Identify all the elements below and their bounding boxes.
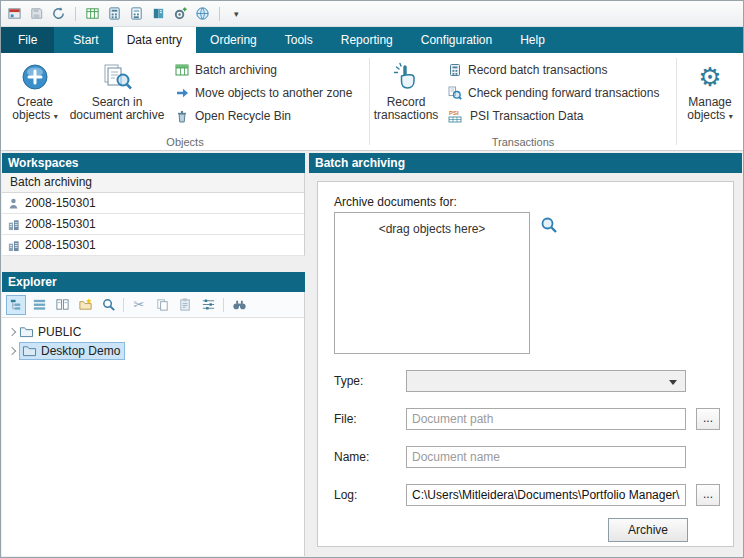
tab-help[interactable]: Help	[506, 27, 559, 53]
record-batch-transactions-button[interactable]: Record batch transactions	[448, 62, 659, 78]
batch-archiving-button[interactable]: Batch archiving	[175, 62, 352, 78]
tree-node-public[interactable]: PUBLIC	[2, 322, 304, 341]
name-label: Name:	[334, 450, 369, 464]
combo-dropdown-arrow-icon	[669, 380, 677, 385]
move-objects-label: Move objects to another zone	[195, 86, 352, 100]
search-archive-icon	[101, 60, 133, 94]
qat-customize-dropdown[interactable]: ▾	[229, 7, 244, 21]
tab-start[interactable]: Start	[59, 27, 112, 53]
expander-icon[interactable]	[8, 327, 16, 335]
tree-node-desktop-demo[interactable]: Desktop Demo	[2, 341, 304, 360]
globe-icon[interactable]	[195, 6, 210, 21]
psi-icon: PSI	[448, 109, 464, 123]
type-label: Type:	[334, 374, 363, 388]
table-icon[interactable]	[85, 6, 100, 21]
transactions-group-label: Transactions	[370, 136, 676, 148]
new-folder-icon[interactable]	[75, 295, 95, 315]
expander-icon[interactable]	[8, 346, 16, 354]
keypad-icon[interactable]	[129, 6, 144, 21]
tab-reporting[interactable]: Reporting	[327, 27, 407, 53]
batch-transactions-icon	[448, 63, 462, 77]
file-label: File:	[334, 412, 357, 426]
type-select[interactable]	[406, 370, 686, 392]
batch-archiving-panel: Batch archiving Archive documents for: <…	[309, 153, 742, 556]
psi-transaction-data-button[interactable]: PSI PSI Transaction Data	[448, 108, 659, 124]
folder-icon	[19, 325, 34, 338]
batch-archiving-icon	[175, 63, 189, 77]
document-name-input[interactable]	[406, 446, 686, 468]
drag-objects-drop-area[interactable]: <drag objects here>	[334, 212, 530, 354]
gear-plus-icon[interactable]	[173, 6, 188, 21]
check-pending-icon	[448, 86, 462, 100]
batch-archiving-panel-header: Batch archiving	[309, 153, 742, 173]
ledger-icon[interactable]	[151, 6, 166, 21]
workspace-row[interactable]: 2008-150301	[2, 214, 305, 235]
binoculars-icon[interactable]	[229, 295, 249, 315]
explorer-panel-header: Explorer	[2, 272, 305, 292]
batch-archiving-label: Batch archiving	[195, 63, 277, 77]
log-browse-button[interactable]: ...	[696, 484, 720, 506]
open-recycle-bin-button[interactable]: Open Recycle Bin	[175, 108, 352, 124]
batch-archiving-form: Archive documents for: <drag objects her…	[317, 181, 734, 547]
recycle-bin-icon	[175, 109, 189, 123]
list-view-icon[interactable]	[29, 295, 49, 315]
selected-node-highlight[interactable]: Desktop Demo	[19, 342, 125, 360]
create-objects-button[interactable]: Create objects ▾	[3, 56, 67, 135]
toolbar-separator	[223, 298, 224, 312]
record-batch-icon[interactable]	[107, 6, 122, 21]
search-document-archive-button[interactable]: Search in document archive	[67, 56, 167, 135]
tree-view-icon[interactable]	[6, 295, 26, 315]
ribbon: Create objects ▾ Search in document arch…	[1, 53, 743, 151]
toolbar-separator	[75, 7, 76, 21]
workspaces-list-header[interactable]: Batch archiving	[2, 173, 305, 193]
tab-data-entry[interactable]: Data entry	[113, 27, 196, 53]
create-objects-icon	[20, 60, 50, 94]
search-objects-icon[interactable]	[540, 216, 558, 234]
log-label: Log:	[334, 488, 357, 502]
tab-configuration[interactable]: Configuration	[407, 27, 506, 53]
move-objects-button[interactable]: Move objects to another zone	[175, 85, 352, 101]
explorer-tree: PUBLIC Desktop Demo	[2, 318, 305, 556]
panel-gap	[2, 256, 305, 272]
copy-icon[interactable]	[152, 295, 172, 315]
manage-objects-button[interactable]: ⚙ Manage objects ▾	[679, 56, 741, 135]
transactions-small-buttons: Record batch transactions Check pending …	[440, 56, 659, 135]
workspace-row-label: 2008-150301	[25, 196, 96, 210]
workspace-row[interactable]: 2008-150301	[2, 193, 305, 214]
file-browse-button[interactable]: ...	[696, 408, 720, 430]
archive-button[interactable]: Archive	[608, 518, 688, 542]
objects-group-label: Objects	[1, 136, 369, 148]
tab-ordering[interactable]: Ordering	[196, 27, 271, 53]
app-icon[interactable]	[7, 6, 22, 21]
file-path-input[interactable]	[406, 408, 686, 430]
tree-node-label: PUBLIC	[38, 325, 81, 339]
workspace-row-label: 2008-150301	[25, 217, 96, 231]
explorer-toolbar: ✂	[2, 292, 305, 318]
record-transactions-button[interactable]: Record transactions	[372, 56, 440, 135]
save-icon[interactable]	[29, 6, 44, 21]
manage-objects-label: Manage objects	[687, 95, 731, 122]
svg-text:PSI: PSI	[449, 110, 459, 116]
log-path-input[interactable]	[406, 484, 686, 506]
objects-small-buttons: Batch archiving Move objects to another …	[167, 56, 352, 135]
dropdown-arrow-icon: ▾	[54, 112, 58, 121]
check-pending-forward-button[interactable]: Check pending forward transactions	[448, 85, 659, 101]
buildings-icon	[7, 239, 20, 252]
tab-file[interactable]: File	[1, 27, 54, 53]
open-recycle-bin-label: Open Recycle Bin	[195, 109, 291, 123]
search-icon[interactable]	[98, 295, 118, 315]
ribbon-group-objects: Create objects ▾ Search in document arch…	[1, 53, 369, 150]
workspace-row[interactable]: 2008-150301	[2, 235, 305, 256]
move-arrow-icon	[175, 86, 189, 100]
person-icon	[7, 197, 20, 210]
hand-pointer-icon	[391, 60, 421, 94]
workspaces-panel-header: Workspaces	[2, 153, 305, 173]
ribbon-group-transactions: Record transactions Record batch transac…	[370, 53, 676, 150]
columns-view-icon[interactable]	[52, 295, 72, 315]
cut-icon[interactable]: ✂	[129, 295, 149, 315]
filter-settings-icon[interactable]	[198, 295, 218, 315]
tab-tools[interactable]: Tools	[271, 27, 327, 53]
refresh-icon[interactable]	[51, 6, 66, 21]
application-window: ▾ File Start Data entry Ordering Tools R…	[0, 0, 744, 558]
paste-icon[interactable]	[175, 295, 195, 315]
